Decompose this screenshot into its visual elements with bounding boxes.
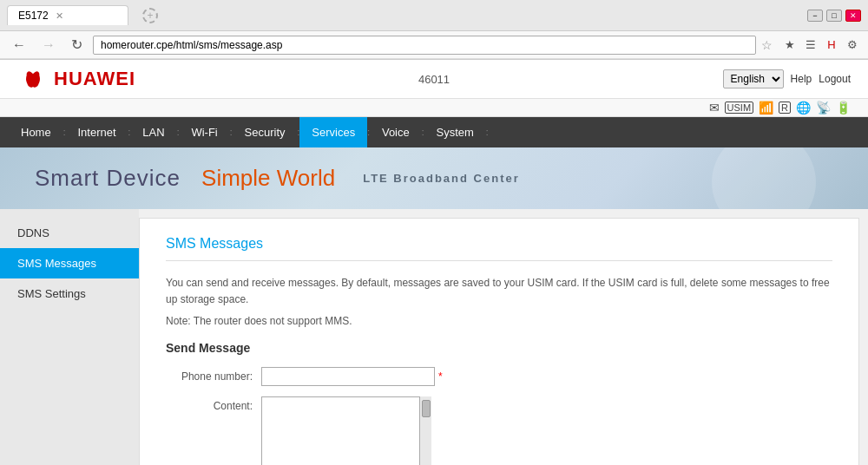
content-description: You can send and receive messages. By de… [166, 275, 832, 308]
toolbar-icon-2[interactable]: ☰ [802, 36, 819, 54]
phone-input[interactable] [261, 367, 435, 386]
huawei-icon[interactable]: H [823, 36, 840, 54]
required-mark: * [438, 370, 443, 383]
browser-chrome: E5172 ✕ + − □ ✕ ← → ↻ ☆ ★ ☰ H ⚙ [0, 0, 868, 60]
content-row: Content: [166, 396, 832, 465]
sidebar-item-ddns[interactable]: DDNS [0, 218, 139, 248]
scrollbar-vertical[interactable] [419, 396, 431, 465]
usim-icon: USIM [725, 102, 754, 114]
sidebar-item-sms-settings[interactable]: SMS Settings [0, 278, 139, 309]
maximize-button[interactable]: □ [826, 10, 842, 22]
help-link[interactable]: Help [791, 73, 812, 85]
hero-text-main: Smart Device [35, 165, 181, 192]
wrench-icon[interactable]: ⚙ [844, 36, 861, 54]
content-title: SMS Messages [166, 236, 832, 261]
nav-home[interactable]: Home [9, 117, 63, 147]
roaming-icon: R [779, 102, 791, 114]
close-button[interactable]: ✕ [845, 10, 861, 22]
hero-text-accent: Simple World [201, 165, 335, 192]
status-bar: ✉ USIM 📶 R 🌐 📡 🔋 [0, 99, 868, 117]
url-input[interactable] [93, 36, 756, 55]
address-bar: ← → ↻ ☆ ★ ☰ H ⚙ [0, 31, 868, 59]
toolbar-icons: ★ ☰ H ⚙ [781, 36, 861, 54]
signal-icon: 📶 [759, 101, 773, 115]
send-message-title: Send Message [166, 341, 832, 355]
main-content: DDNS SMS Messages SMS Settings SMS Messa… [0, 209, 868, 465]
logo-text: HUAWEI [54, 68, 135, 90]
nav-lan[interactable]: LAN [130, 117, 176, 147]
logout-link[interactable]: Logout [819, 73, 851, 85]
reload-button[interactable]: ↻ [66, 35, 88, 55]
toolbar-icon-1[interactable]: ★ [781, 36, 799, 54]
scrollbar-thumb[interactable] [422, 400, 431, 417]
hero-circle [712, 147, 816, 209]
nav-internet[interactable]: Internet [65, 117, 128, 147]
browser-tab[interactable]: E5172 ✕ [7, 5, 128, 25]
bookmark-icon[interactable]: ☆ [761, 38, 773, 52]
minimize-button[interactable]: − [807, 10, 823, 22]
content-note: Note: The router does not support MMS. [166, 315, 832, 327]
language-select[interactable]: English [723, 69, 784, 88]
nav-wifi[interactable]: Wi-Fi [179, 117, 229, 147]
phone-label: Phone number: [166, 370, 261, 383]
header-right: English Help Logout [723, 69, 851, 88]
content-area: SMS Messages You can send and receive me… [139, 218, 859, 465]
sidebar: DDNS SMS Messages SMS Settings [0, 209, 139, 465]
textarea-wrapper [261, 396, 431, 465]
new-tab-button[interactable]: + [142, 8, 158, 23]
window-controls: − □ ✕ [807, 10, 861, 22]
tab-title: E5172 [18, 10, 49, 22]
phone-number-row: Phone number: * [166, 367, 832, 386]
huawei-logo-icon [17, 67, 49, 91]
wifi-icon: 📡 [816, 101, 831, 115]
main-wrapper: DDNS SMS Messages SMS Settings SMS Messa… [0, 209, 868, 465]
tab-close-button[interactable]: ✕ [56, 10, 63, 22]
nav-sep-8: : [486, 128, 489, 137]
device-id: 46011 [418, 73, 450, 86]
nav-voice[interactable]: Voice [370, 117, 422, 147]
nav-services[interactable]: Services [299, 117, 367, 147]
title-bar: E5172 ✕ + − □ ✕ [0, 0, 868, 31]
nav-system[interactable]: System [424, 117, 486, 147]
sidebar-item-sms-messages[interactable]: SMS Messages [0, 248, 139, 278]
battery-icon: 🔋 [836, 101, 851, 115]
huawei-logo: HUAWEI [17, 67, 135, 91]
router-header: HUAWEI 46011 English Help Logout [0, 60, 868, 99]
router-ui: HUAWEI 46011 English Help Logout ✉ USIM … [0, 60, 868, 465]
hero-text-sub: LTE Broadband Center [363, 172, 520, 185]
forward-button[interactable]: → [36, 36, 61, 55]
mail-icon: ✉ [709, 101, 720, 115]
content-label: Content: [166, 396, 261, 412]
globe-icon: 🌐 [796, 101, 811, 115]
hero-banner: Smart Device Simple World LTE Broadband … [0, 147, 868, 209]
nav-security[interactable]: Security [233, 117, 298, 147]
content-textarea[interactable] [261, 396, 431, 465]
nav-bar: Home : Internet : LAN : Wi-Fi : Security… [0, 117, 868, 147]
back-button[interactable]: ← [7, 36, 31, 55]
